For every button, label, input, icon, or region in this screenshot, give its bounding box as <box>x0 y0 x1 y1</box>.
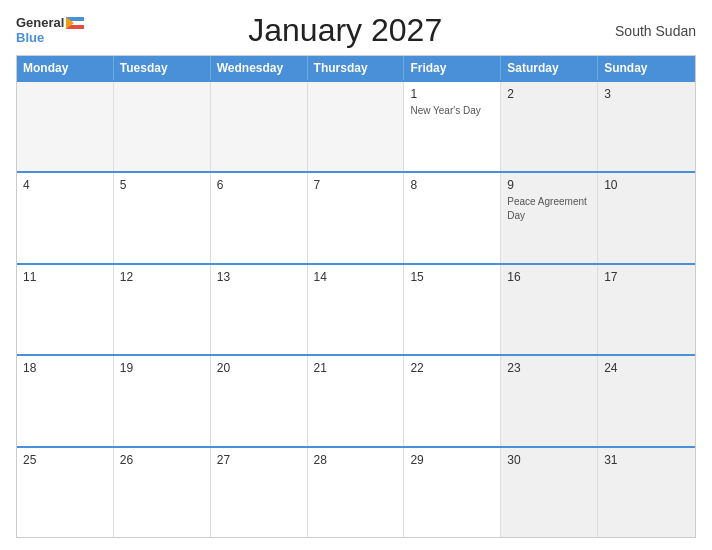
day-number: 7 <box>314 178 398 192</box>
logo: General Blue <box>16 16 84 45</box>
day-cell-25-4-0: 25 <box>17 448 114 537</box>
day-number: 23 <box>507 361 591 375</box>
header-wednesday: Wednesday <box>211 56 308 80</box>
day-number: 9 <box>507 178 591 192</box>
day-cell-10-1-6: 10 <box>598 173 695 262</box>
day-cell-15-2-4: 15 <box>404 265 501 354</box>
day-cell-19-3-1: 19 <box>114 356 211 445</box>
logo-general-text: General <box>16 16 64 30</box>
day-cell-3-0-6: 3 <box>598 82 695 171</box>
day-cell-29-4-4: 29 <box>404 448 501 537</box>
day-cell-16-2-5: 16 <box>501 265 598 354</box>
header-sunday: Sunday <box>598 56 695 80</box>
day-number: 1 <box>410 87 494 101</box>
holiday-label: New Year's Day <box>410 105 480 116</box>
header-tuesday: Tuesday <box>114 56 211 80</box>
day-cell-empty-0-3 <box>308 82 405 171</box>
day-cell-26-4-1: 26 <box>114 448 211 537</box>
day-number: 27 <box>217 453 301 467</box>
day-cell-24-3-6: 24 <box>598 356 695 445</box>
week-5: 25262728293031 <box>17 446 695 537</box>
country-label: South Sudan <box>606 23 696 39</box>
week-4: 18192021222324 <box>17 354 695 445</box>
day-number: 13 <box>217 270 301 284</box>
day-number: 14 <box>314 270 398 284</box>
day-cell-4-1-0: 4 <box>17 173 114 262</box>
day-cell-empty-0-2 <box>211 82 308 171</box>
day-number: 11 <box>23 270 107 284</box>
week-3: 11121314151617 <box>17 263 695 354</box>
week-1: 1New Year's Day23 <box>17 80 695 171</box>
day-cell-empty-0-1 <box>114 82 211 171</box>
day-number: 18 <box>23 361 107 375</box>
day-cell-28-4-3: 28 <box>308 448 405 537</box>
day-cell-13-2-2: 13 <box>211 265 308 354</box>
page-title: January 2027 <box>84 12 606 49</box>
day-cell-11-2-0: 11 <box>17 265 114 354</box>
day-number: 28 <box>314 453 398 467</box>
day-cell-17-2-6: 17 <box>598 265 695 354</box>
day-number: 31 <box>604 453 689 467</box>
day-number: 3 <box>604 87 689 101</box>
day-number: 20 <box>217 361 301 375</box>
header-saturday: Saturday <box>501 56 598 80</box>
day-number: 5 <box>120 178 204 192</box>
day-number: 26 <box>120 453 204 467</box>
logo-flag-icon <box>66 17 84 29</box>
calendar-page: General Blue January 2027 South Sudan Mo… <box>0 0 712 550</box>
logo-blue-text: Blue <box>16 31 44 45</box>
day-cell-2-0-5: 2 <box>501 82 598 171</box>
day-number: 6 <box>217 178 301 192</box>
day-cell-21-3-3: 21 <box>308 356 405 445</box>
day-number: 29 <box>410 453 494 467</box>
header-thursday: Thursday <box>308 56 405 80</box>
day-number: 22 <box>410 361 494 375</box>
day-number: 15 <box>410 270 494 284</box>
day-number: 24 <box>604 361 689 375</box>
day-cell-empty-0-0 <box>17 82 114 171</box>
day-cell-14-2-3: 14 <box>308 265 405 354</box>
day-cell-18-3-0: 18 <box>17 356 114 445</box>
day-cell-9-1-5: 9Peace Agreement Day <box>501 173 598 262</box>
day-cell-12-2-1: 12 <box>114 265 211 354</box>
day-cell-7-1-3: 7 <box>308 173 405 262</box>
day-cell-23-3-5: 23 <box>501 356 598 445</box>
day-number: 8 <box>410 178 494 192</box>
day-number: 25 <box>23 453 107 467</box>
day-number: 21 <box>314 361 398 375</box>
calendar-body: 1New Year's Day23456789Peace Agreement D… <box>17 80 695 537</box>
calendar-header: Monday Tuesday Wednesday Thursday Friday… <box>17 56 695 80</box>
day-number: 10 <box>604 178 689 192</box>
header-friday: Friday <box>404 56 501 80</box>
day-number: 12 <box>120 270 204 284</box>
day-number: 16 <box>507 270 591 284</box>
day-cell-20-3-2: 20 <box>211 356 308 445</box>
day-cell-6-1-2: 6 <box>211 173 308 262</box>
holiday-label: Peace Agreement Day <box>507 196 587 221</box>
day-cell-27-4-2: 27 <box>211 448 308 537</box>
page-header: General Blue January 2027 South Sudan <box>16 12 696 49</box>
day-number: 2 <box>507 87 591 101</box>
week-2: 456789Peace Agreement Day10 <box>17 171 695 262</box>
day-cell-1-0-4: 1New Year's Day <box>404 82 501 171</box>
header-monday: Monday <box>17 56 114 80</box>
calendar: Monday Tuesday Wednesday Thursday Friday… <box>16 55 696 538</box>
day-cell-22-3-4: 22 <box>404 356 501 445</box>
day-cell-8-1-4: 8 <box>404 173 501 262</box>
day-number: 30 <box>507 453 591 467</box>
day-number: 4 <box>23 178 107 192</box>
day-number: 17 <box>604 270 689 284</box>
day-cell-5-1-1: 5 <box>114 173 211 262</box>
day-cell-30-4-5: 30 <box>501 448 598 537</box>
day-number: 19 <box>120 361 204 375</box>
day-cell-31-4-6: 31 <box>598 448 695 537</box>
